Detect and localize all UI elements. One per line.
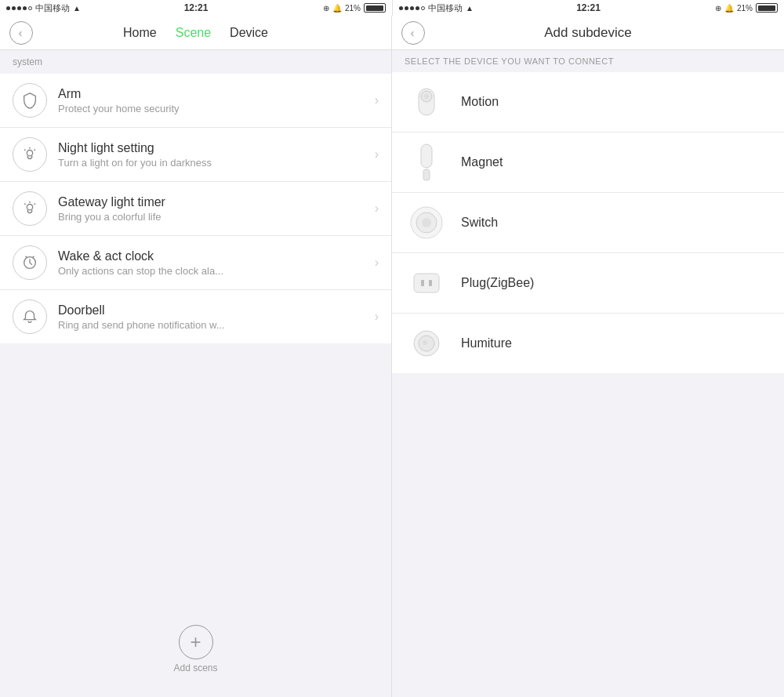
- svg-point-0: [27, 151, 32, 156]
- list-item-night-light[interactable]: Night light setting Turn a light on for …: [0, 128, 391, 182]
- left-section-header: system: [0, 50, 391, 74]
- status-bar: 中国移动 ▲ 12:21 ⊕ 🔔 21% 中国移动 ▲ 12:21 ⊕ 🔔 21…: [0, 0, 784, 16]
- svg-line-10: [33, 256, 34, 258]
- wake-clock-arrow-icon: ›: [375, 256, 379, 270]
- wifi-right: ▲: [466, 4, 474, 13]
- battery-pct-left: 21%: [345, 4, 361, 13]
- plug-device-name: Plug(ZigBee): [461, 276, 534, 290]
- switch-sensor-icon: [409, 205, 444, 240]
- humiture-device-name: Humiture: [461, 336, 512, 350]
- switch-device-image: [408, 204, 445, 241]
- signal-right: [399, 6, 425, 10]
- arm-arrow-icon: ›: [375, 93, 379, 107]
- time-right: 12:21: [576, 2, 601, 13]
- switch-device-name: Switch: [461, 216, 498, 230]
- ring-left: 🔔: [332, 4, 342, 13]
- add-scene-button[interactable]: + Add scens: [173, 625, 217, 673]
- device-item-switch[interactable]: Switch: [392, 193, 784, 253]
- arm-icon-container: [13, 83, 47, 118]
- left-nav-bar: ‹ Home Scene Device: [0, 16, 391, 50]
- device-list: Motion Magnet: [392, 72, 784, 373]
- night-light-subtitle: Turn a light on for you in darkness: [58, 157, 375, 169]
- svg-line-7: [34, 204, 35, 205]
- add-scene-label: Add scens: [173, 663, 217, 673]
- right-back-button[interactable]: ‹: [401, 21, 425, 45]
- bulb-icon: [21, 146, 38, 163]
- night-light-arrow-icon: ›: [375, 147, 379, 162]
- doorbell-text: Doorbell Ring and send phone notificatio…: [58, 303, 375, 331]
- svg-point-18: [422, 218, 431, 227]
- magnet-sensor-icon: [419, 143, 434, 182]
- doorbell-arrow-icon: ›: [375, 310, 379, 324]
- doorbell-title: Doorbell: [58, 303, 375, 318]
- left-nav-tabs: Home Scene Device: [123, 26, 268, 40]
- carrier-right: 中国移动: [428, 2, 463, 14]
- clock-icon-container: [13, 245, 47, 280]
- humiture-sensor-icon: [412, 329, 441, 358]
- gateway-light-title: Gateway light timer: [58, 195, 375, 209]
- shield-icon: [21, 92, 38, 109]
- wake-clock-text: Wake & act clock Only actions can stop t…: [58, 249, 375, 277]
- ring-right: 🔔: [724, 4, 734, 13]
- device-item-plug[interactable]: Plug(ZigBee): [392, 253, 784, 314]
- night-light-icon-container: [13, 137, 47, 172]
- time-left: 12:21: [184, 2, 209, 13]
- battery-left: [364, 3, 386, 13]
- gateway-light-subtitle: Bring you a colorful life: [58, 211, 375, 223]
- arm-title: Arm: [58, 87, 375, 101]
- bell-icon: [21, 308, 38, 325]
- magnet-device-name: Magnet: [461, 155, 503, 169]
- device-item-motion[interactable]: Motion: [392, 72, 784, 133]
- add-circle-icon: +: [178, 625, 212, 659]
- right-section-header: SELECT THE DEVICE YOU WANT TO CONNECT: [392, 50, 784, 72]
- magnet-device-image: [408, 143, 445, 181]
- motion-sensor-icon: [412, 81, 441, 123]
- svg-rect-19: [414, 274, 439, 292]
- clock-icon: [21, 254, 38, 271]
- arm-subtitle: Protect your home security: [58, 103, 375, 114]
- right-nav-bar: ‹ Add subdevice: [392, 16, 784, 50]
- battery-pct-right: 21%: [737, 4, 753, 13]
- bulb2-icon: [21, 200, 38, 217]
- svg-rect-15: [423, 169, 430, 180]
- svg-line-6: [24, 204, 25, 205]
- svg-line-9: [26, 256, 27, 258]
- tab-scene[interactable]: Scene: [176, 26, 211, 40]
- night-light-text: Night light setting Turn a light on for …: [58, 141, 375, 169]
- battery-right: [756, 3, 778, 13]
- device-item-humiture[interactable]: Humiture: [392, 314, 784, 373]
- right-back-arrow-icon: ‹: [411, 27, 415, 39]
- left-back-button[interactable]: ‹: [9, 21, 33, 45]
- status-bar-right: 中国移动 ▲ 12:21 ⊕ 🔔 21%: [392, 0, 784, 16]
- doorbell-subtitle: Ring and send phone notification w...: [58, 319, 375, 331]
- main-panels: ‹ Home Scene Device system Arm Protect y…: [0, 16, 784, 697]
- wake-clock-title: Wake & act clock: [58, 249, 375, 263]
- tab-home[interactable]: Home: [123, 26, 157, 40]
- plug-sensor-icon: [411, 267, 442, 299]
- plug-device-image: [408, 264, 445, 302]
- list-item-doorbell[interactable]: Doorbell Ring and send phone notificatio…: [0, 290, 391, 343]
- svg-rect-20: [421, 280, 424, 286]
- left-panel: ‹ Home Scene Device system Arm Protect y…: [0, 16, 392, 697]
- svg-point-4: [27, 205, 32, 210]
- left-list: Arm Protect your home security › N: [0, 74, 391, 343]
- right-empty-area: [392, 373, 784, 697]
- carrier-left: 中国移动: [35, 2, 70, 14]
- svg-line-2: [24, 150, 25, 151]
- list-item-arm[interactable]: Arm Protect your home security ›: [0, 74, 391, 128]
- status-bar-left: 中国移动 ▲ 12:21 ⊕ 🔔 21%: [0, 0, 392, 16]
- humiture-device-image: [408, 325, 445, 362]
- list-item-wake-clock[interactable]: Wake & act clock Only actions can stop t…: [0, 236, 391, 290]
- arm-text: Arm Protect your home security: [58, 87, 375, 114]
- location-right: ⊕: [715, 4, 721, 13]
- list-item-gateway-light[interactable]: Gateway light timer Bring you a colorful…: [0, 182, 391, 236]
- wake-clock-subtitle: Only actions can stop the clock ala...: [58, 265, 375, 277]
- device-item-magnet[interactable]: Magnet: [392, 133, 784, 193]
- night-light-title: Night light setting: [58, 141, 375, 155]
- wifi-left: ▲: [73, 4, 81, 13]
- motion-device-name: Motion: [461, 95, 499, 109]
- right-nav-title: Add subdevice: [544, 25, 632, 41]
- gateway-light-text: Gateway light timer Bring you a colorful…: [58, 195, 375, 223]
- tab-device[interactable]: Device: [230, 26, 268, 40]
- right-panel: ‹ Add subdevice SELECT THE DEVICE YOU WA…: [392, 16, 784, 697]
